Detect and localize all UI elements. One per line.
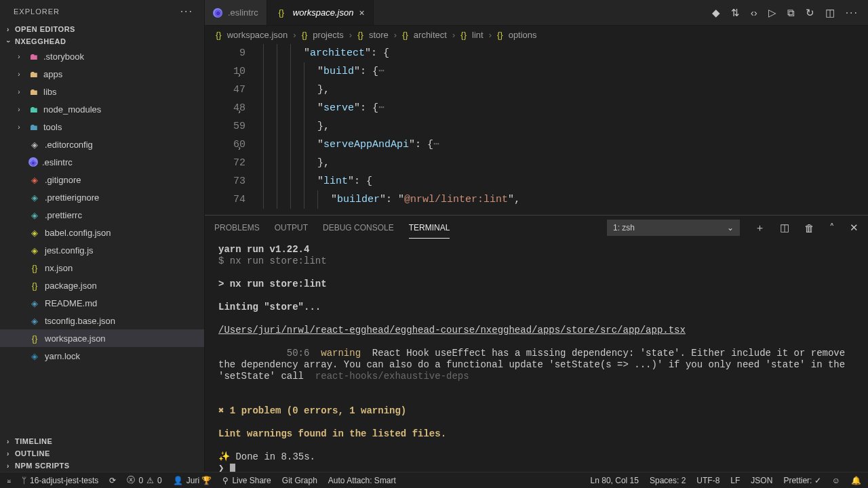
tab-problems[interactable]: PROBLEMS (214, 218, 260, 238)
section-npm-scripts[interactable]: › NPM SCRIPTS (0, 460, 204, 472)
tree-item-label: babel.config.json (45, 228, 111, 238)
diff-icon[interactable]: ◆ (712, 7, 720, 19)
kill-terminal-icon[interactable]: 🗑 (804, 222, 814, 234)
json-icon: {} (357, 30, 363, 40)
user-status[interactable]: 👤 Juri 🏆 (173, 476, 212, 485)
editor-more-icon[interactable]: ··· (846, 7, 859, 19)
tab-terminal[interactable]: TERMINAL (409, 218, 450, 239)
chevron-right-icon: › (15, 106, 23, 113)
tab-workspace-json[interactable]: {} workspace.json × (267, 0, 374, 25)
file-item[interactable]: ◈babel.config.json (0, 224, 204, 241)
git-branch[interactable]: ᛘ 16-adjust-jest-tests (22, 476, 98, 485)
crumb[interactable]: architect (414, 30, 447, 40)
terminal-selector[interactable]: 1: zsh ⌄ (607, 220, 740, 236)
file-icon: {} (28, 279, 41, 291)
json-icon: {} (497, 30, 503, 40)
explorer-more-icon[interactable]: ··· (180, 5, 193, 18)
file-item[interactable]: {}package.json (0, 277, 204, 294)
terminal-line: yarn run v1.22.4 (218, 244, 854, 256)
file-icon: ◈ (28, 244, 41, 256)
feedback-icon[interactable]: ☺ (832, 476, 840, 485)
cursor-position[interactable]: Ln 80, Col 15 (591, 476, 639, 485)
file-item[interactable]: ◈.prettierrc (0, 206, 204, 224)
file-item[interactable]: {}workspace.json (0, 329, 204, 347)
eol-status[interactable]: LF (730, 476, 740, 485)
file-icon: ◈ (28, 226, 41, 239)
tab-output[interactable]: OUTPUT (275, 218, 308, 238)
file-item[interactable]: ◈README.md (0, 294, 204, 312)
file-icon: ◈ (28, 191, 41, 203)
chevron-right-icon: › (4, 450, 12, 458)
indent-status[interactable]: Spaces: 2 (650, 476, 686, 485)
tree-item-label: .eslintrc (42, 157, 73, 167)
folder-icon: 🖿 (27, 68, 39, 80)
split-icon[interactable]: ◫ (825, 7, 835, 19)
close-icon[interactable]: × (359, 7, 364, 18)
explorer-sidebar: EXPLORER ··· › OPEN EDITORS › NXEGGHEAD … (0, 0, 205, 472)
section-open-editors[interactable]: › OPEN EDITORS (0, 23, 204, 35)
file-item[interactable]: {}nx.json (0, 259, 204, 277)
live-share[interactable]: ⚲ Live Share (222, 476, 271, 485)
link-icon[interactable]: ⧉ (787, 7, 795, 19)
tree-item-label: jest.config.js (45, 245, 94, 256)
crumb[interactable]: workspace.json (227, 30, 288, 40)
section-timeline[interactable]: › TIMELINE (0, 435, 204, 447)
crumb[interactable]: lint (472, 30, 484, 40)
history-icon[interactable]: ↻ (806, 7, 814, 19)
terminal-selector-label: 1: zsh (613, 223, 635, 232)
section-project[interactable]: › NXEGGHEAD (0, 35, 204, 47)
compare-icon[interactable]: ⇅ (731, 7, 740, 19)
folder-item[interactable]: ›🖿apps (0, 65, 204, 83)
git-graph[interactable]: Git Graph (282, 476, 317, 485)
brackets-icon[interactable]: ‹› (751, 7, 757, 18)
new-terminal-icon[interactable]: ＋ (755, 222, 765, 235)
folder-item[interactable]: ›🖿libs (0, 83, 204, 100)
terminal-line: 50:6 warning React Hook useEffect has a … (218, 336, 854, 394)
encoding-status[interactable]: UTF-8 (696, 476, 719, 485)
bell-icon[interactable]: 🔔 (851, 476, 861, 485)
code-line: "architect": { (263, 44, 868, 62)
file-icon: ◈ (28, 314, 41, 327)
folder-icon: 🖿 (27, 121, 39, 133)
breadcrumbs[interactable]: {} workspace.json› {} projects› {} store… (205, 26, 868, 44)
remote-icon[interactable]: ⨲ (7, 476, 11, 485)
section-outline[interactable]: › OUTLINE (0, 447, 204, 460)
close-panel-icon[interactable]: ✕ (850, 222, 859, 234)
folder-item[interactable]: ›🖿.storybook (0, 47, 204, 65)
tab-label: workspace.json (293, 7, 354, 18)
run-icon[interactable]: ▷ (768, 7, 776, 19)
prettier-status[interactable]: Prettier: ✓ (783, 476, 821, 485)
file-icon: {} (28, 332, 41, 344)
terminal[interactable]: yarn run v1.22.4 $ nx run store:lint > n… (205, 240, 868, 472)
file-item[interactable]: ◈.editorconfig (0, 136, 204, 153)
crumb[interactable]: options (509, 30, 537, 40)
file-item[interactable]: ◈tsconfig.base.json (0, 312, 204, 329)
sync-icon[interactable]: ⟳ (109, 476, 116, 485)
tab-debug-console[interactable]: DEBUG CONSOLE (323, 218, 394, 238)
crumb[interactable]: projects (313, 30, 344, 40)
auto-attach[interactable]: Auto Attach: Smart (328, 476, 396, 485)
file-icon: ◈ (28, 157, 38, 167)
crumb[interactable]: store (369, 30, 389, 40)
code-line: }, (263, 154, 868, 172)
folder-item[interactable]: ›🖿tools (0, 118, 204, 136)
file-item[interactable]: ◈.eslintrc (0, 153, 204, 171)
language-status[interactable]: JSON (751, 476, 772, 485)
split-terminal-icon[interactable]: ◫ (780, 222, 789, 234)
file-item[interactable]: ◈.gitignore (0, 171, 204, 188)
chevron-right-icon: › (15, 70, 23, 78)
file-item[interactable]: ◈.prettierignore (0, 188, 204, 206)
code-editor[interactable]: 910›4748›5960›727374 "architect": {"buil… (205, 44, 868, 215)
folder-item[interactable]: ›🖿node_modules (0, 100, 204, 118)
file-icon: {} (28, 262, 41, 274)
terminal-line: ✖ 1 problem (0 errors, 1 warning) (218, 405, 854, 417)
chevron-right-icon: › (4, 462, 12, 470)
file-icon: ◈ (28, 138, 41, 150)
maximize-panel-icon[interactable]: ˄ (829, 222, 835, 234)
problems-count[interactable]: ⓧ 0 ⚠ 0 (127, 474, 161, 486)
file-item[interactable]: ◈jest.config.js (0, 241, 204, 259)
open-editors-label: OPEN EDITORS (15, 25, 75, 33)
file-item[interactable]: ◈yarn.lock (0, 347, 204, 365)
terminal-line[interactable]: /Users/juri/nrwl/react-egghead/egghead-c… (218, 325, 854, 336)
tab-eslintrc[interactable]: ◉ .eslintrc (205, 0, 267, 25)
